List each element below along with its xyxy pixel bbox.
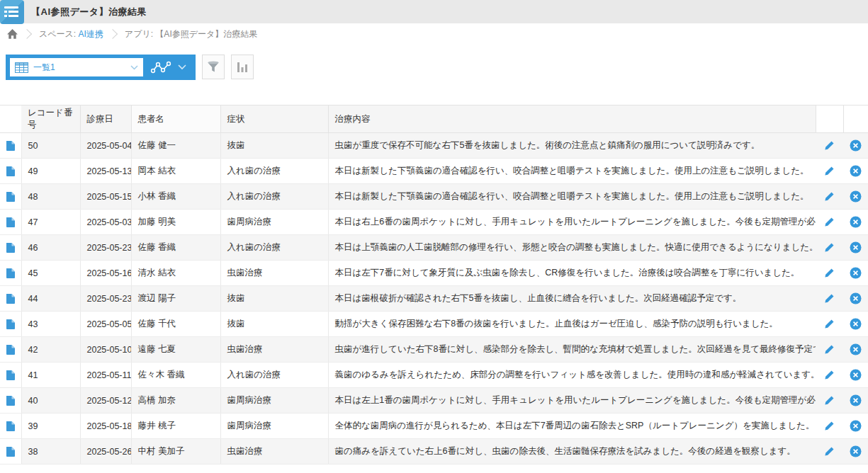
document-icon[interactable] bbox=[6, 268, 16, 279]
treatment-detail-cell: 本日は歯根破折が確認された右下5番を抜歯し、止血後に縫合を行いました。次回経過確… bbox=[328, 286, 816, 312]
record-number-cell: 49 bbox=[21, 159, 80, 184]
table-row[interactable]: 402025-05-12高橋 加奈歯周病治療本日は左上1番の歯周ポケットに対し、… bbox=[0, 388, 868, 414]
edit-cell bbox=[816, 414, 843, 439]
home-icon[interactable] bbox=[7, 29, 18, 39]
edit-pencil-icon[interactable] bbox=[824, 395, 835, 406]
treatment-detail-cell: 本日は左上1番の歯周ポケットに対し、手用キュレットを用いたルートプレーニングを施… bbox=[328, 388, 816, 414]
delete-icon[interactable] bbox=[850, 343, 862, 355]
delete-icon[interactable] bbox=[850, 369, 862, 381]
column-header-date[interactable]: 診療日 bbox=[80, 106, 131, 133]
delete-icon[interactable] bbox=[850, 190, 862, 203]
document-icon[interactable] bbox=[6, 395, 16, 406]
edit-cell bbox=[816, 235, 843, 261]
table-body: 502025-05-04佐藤 健一抜歯虫歯が重度で保存不可能な右下5番を抜歯しま… bbox=[0, 133, 868, 465]
symptom-cell: 虫歯治療 bbox=[220, 261, 328, 286]
edit-pencil-icon[interactable] bbox=[824, 191, 835, 202]
table-row[interactable]: 412025-05-11佐々木 香織入れ歯の治療義歯のゆるみを訴えられたため、床… bbox=[0, 363, 868, 388]
date-cell: 2025-05-03 bbox=[80, 210, 131, 235]
treatment-detail-cell: 動揺が大きく保存困難な右下8番の抜歯を行いました。止血後はガーゼ圧迫し、感染予防… bbox=[328, 312, 816, 337]
edit-pencil-icon[interactable] bbox=[824, 344, 835, 355]
date-cell: 2025-05-13 bbox=[80, 159, 131, 184]
delete-icon[interactable] bbox=[850, 420, 862, 432]
document-icon[interactable] bbox=[6, 446, 16, 457]
delete-icon[interactable] bbox=[850, 267, 862, 279]
date-cell: 2025-05-05 bbox=[80, 312, 131, 337]
edit-pencil-icon[interactable] bbox=[824, 140, 835, 151]
view-select-dropdown[interactable]: 一覧1 bbox=[10, 58, 143, 76]
edit-pencil-icon[interactable] bbox=[824, 370, 835, 380]
document-icon[interactable] bbox=[6, 344, 16, 355]
delete-icon[interactable] bbox=[850, 241, 862, 253]
symptom-cell: 虫歯治療 bbox=[220, 337, 328, 363]
delete-icon[interactable] bbox=[850, 139, 862, 152]
symptom-cell: 歯周病治療 bbox=[220, 210, 328, 235]
delete-icon[interactable] bbox=[850, 445, 862, 457]
edit-pencil-icon[interactable] bbox=[824, 319, 835, 329]
table-row[interactable]: 502025-05-04佐藤 健一抜歯虫歯が重度で保存不可能な右下5番を抜歯しま… bbox=[0, 133, 868, 159]
treatment-detail-cell: 本日は左下7番に対して象牙質に及ぶ虫歯を除去し、CR修復を行いました。治療後は咬… bbox=[328, 261, 816, 286]
patient-name-cell: 高橋 加奈 bbox=[131, 388, 220, 414]
delete-icon[interactable] bbox=[850, 216, 862, 228]
table-row[interactable]: 422025-05-10遠藤 七夏虫歯治療虫歯が進行していた右下8番に対し、感染… bbox=[0, 337, 868, 363]
delete-cell bbox=[843, 286, 868, 312]
patient-name-cell: 遠藤 七夏 bbox=[131, 337, 220, 363]
bar-chart-icon bbox=[237, 61, 248, 73]
view-switcher-group: 一覧1 bbox=[6, 55, 196, 80]
edit-pencil-icon[interactable] bbox=[824, 446, 835, 457]
edit-pencil-icon[interactable] bbox=[824, 217, 835, 227]
app-icon[interactable] bbox=[0, 0, 24, 24]
delete-cell bbox=[843, 210, 868, 235]
edit-cell bbox=[816, 363, 843, 388]
column-header-record-number[interactable]: レコード番号 bbox=[21, 106, 80, 133]
edit-pencil-icon[interactable] bbox=[824, 166, 835, 176]
delete-cell bbox=[843, 159, 868, 184]
delete-icon[interactable] bbox=[850, 318, 862, 330]
column-header-patient[interactable]: 患者名 bbox=[131, 106, 220, 133]
patient-name-cell: 佐藤 千代 bbox=[131, 312, 220, 337]
table-row[interactable]: 482025-05-15小林 香織入れ歯の治療本日は新製した下顎義歯の適合確認を… bbox=[0, 184, 868, 210]
edit-pencil-icon[interactable] bbox=[824, 421, 835, 431]
document-icon[interactable] bbox=[6, 421, 16, 432]
edit-cell bbox=[816, 286, 843, 312]
edit-pencil-icon[interactable] bbox=[824, 242, 835, 253]
record-open-cell bbox=[0, 286, 21, 312]
delete-cell bbox=[843, 439, 868, 465]
record-open-cell bbox=[0, 337, 21, 363]
table-row[interactable]: 442025-05-23渡辺 陽子抜歯本日は歯根破折が確認された右下5番を抜歯し… bbox=[0, 286, 868, 312]
edit-pencil-icon[interactable] bbox=[824, 268, 835, 278]
breadcrumb-space-link[interactable]: AI連携 bbox=[79, 29, 103, 39]
record-number-cell: 45 bbox=[21, 261, 80, 286]
table-row[interactable]: 382025-05-26中村 美加子虫歯治療歯の痛みを訴えていた右上6番に対し、… bbox=[0, 439, 868, 465]
document-icon[interactable] bbox=[6, 242, 16, 253]
table-row[interactable]: 432025-05-05佐藤 千代抜歯動揺が大きく保存困難な右下8番の抜歯を行い… bbox=[0, 312, 868, 337]
edit-cell bbox=[816, 210, 843, 235]
record-open-cell bbox=[0, 312, 21, 337]
delete-icon[interactable] bbox=[850, 292, 862, 304]
delete-cell bbox=[843, 337, 868, 363]
delete-cell bbox=[843, 261, 868, 286]
document-icon[interactable] bbox=[6, 140, 16, 152]
document-icon[interactable] bbox=[6, 319, 16, 330]
table-row[interactable]: 462025-05-23佐藤 香織入れ歯の治療本日は上顎義歯の人工歯脱離部の修理… bbox=[0, 235, 868, 261]
column-header-detail[interactable]: 治療内容 bbox=[328, 106, 816, 133]
funnel-filter-icon bbox=[206, 60, 220, 74]
table-row[interactable]: 452025-05-16清水 結衣虫歯治療本日は左下7番に対して象牙質に及ぶ虫歯… bbox=[0, 261, 868, 286]
table-row[interactable]: 472025-05-03加藤 明美歯周病治療本日は右上6番の歯周ポケットに対し、… bbox=[0, 210, 868, 235]
column-header-symptom[interactable]: 症状 bbox=[220, 106, 328, 133]
document-icon[interactable] bbox=[6, 191, 16, 203]
delete-icon[interactable] bbox=[850, 394, 862, 406]
table-row[interactable]: 392025-05-18藤井 桃子歯周病治療全体的な歯周病の進行が見られるため、… bbox=[0, 414, 868, 439]
graph-view-button[interactable] bbox=[143, 61, 193, 74]
table-row[interactable]: 492025-05-13岡本 結衣入れ歯の治療本日は新製した下顎義歯の適合確認を… bbox=[0, 159, 868, 184]
edit-pencil-icon[interactable] bbox=[824, 293, 835, 304]
filter-button[interactable] bbox=[202, 55, 225, 79]
document-icon[interactable] bbox=[6, 217, 16, 228]
edit-cell bbox=[816, 312, 843, 337]
chart-button[interactable] bbox=[231, 55, 254, 79]
symptom-cell: 抜歯 bbox=[220, 312, 328, 337]
delete-icon[interactable] bbox=[850, 165, 862, 177]
date-cell: 2025-05-18 bbox=[80, 414, 131, 439]
document-icon[interactable] bbox=[6, 370, 16, 381]
document-icon[interactable] bbox=[6, 166, 16, 177]
document-icon[interactable] bbox=[6, 293, 16, 304]
